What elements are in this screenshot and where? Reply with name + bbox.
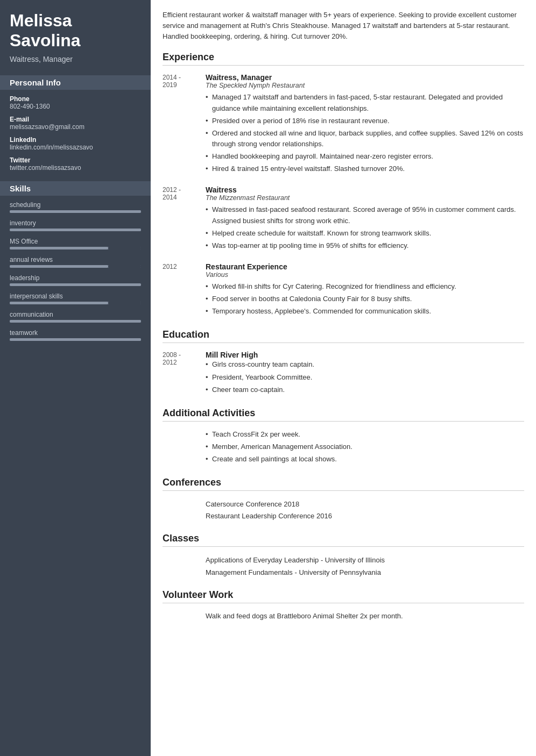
skill-name: inventory: [10, 219, 141, 227]
linkedin-value: linkedin.com/in/melissazsavo: [10, 144, 141, 151]
skill-bar-fill: [10, 265, 108, 268]
entry-bullets: Managed 17 waitstaff and bartenders in f…: [206, 92, 524, 174]
edu-body: Mill River HighGirls cross-country team …: [206, 351, 524, 396]
entry-job-title: Waitress, Manager: [206, 73, 524, 82]
entry-date: 2012: [163, 262, 206, 318]
volunteer-title: Volunteer Work: [163, 589, 524, 603]
linkedin-label: LinkedIn: [10, 136, 141, 144]
skill-bar-fill: [10, 320, 141, 323]
entry-date: 2014 - 2019: [163, 73, 206, 176]
twitter-label: Twitter: [10, 156, 141, 164]
skill-bar-fill: [10, 210, 141, 213]
skill-item: annual reviews: [10, 256, 141, 268]
candidate-title: Waitress, Manager: [10, 55, 141, 63]
phone-label: Phone: [10, 95, 141, 103]
bullet-item: Worked fill-in shifts for Cyr Catering. …: [206, 281, 524, 292]
bullet-item: Ordered and stocked all wine and liquor,…: [206, 128, 524, 149]
personal-info-section-title: Personal Info: [0, 75, 151, 90]
activity-item: Member, American Management Association.: [206, 441, 352, 452]
skill-bar-bg: [10, 229, 141, 231]
experience-entry: 2012 - 2014WaitressThe Mizzenmast Restau…: [163, 186, 524, 253]
skill-name: interpersonal skills: [10, 293, 141, 300]
skill-bar-bg: [10, 210, 141, 213]
entry-body: Restaurant ExperienceVariousWorked fill-…: [206, 262, 524, 318]
conferences-list: Catersource Conference 2018Restaurant Le…: [206, 498, 524, 522]
skills-section-title: Skills: [0, 181, 151, 196]
sidebar: MelissaSavolina Waitress, Manager Person…: [0, 0, 151, 756]
bullet-item: Girls cross-country team captain.: [206, 359, 524, 370]
bullet-item: Was top-earner at tip pooling time in 95…: [206, 240, 524, 251]
activities-list: Teach CrossFit 2x per week.Member, Ameri…: [206, 429, 352, 466]
email-value: melissazsavo@gmail.com: [10, 123, 141, 131]
conferences-title: Conferences: [163, 477, 524, 491]
twitter-value: twitter.com/melissazsavo: [10, 164, 141, 172]
skill-name: annual reviews: [10, 256, 141, 263]
skill-item: leadership: [10, 274, 141, 286]
bullet-item: Helped create schedule for waitstaff. Kn…: [206, 228, 524, 239]
skill-name: communication: [10, 311, 141, 318]
entry-company: The Mizzenmast Restaurant: [206, 194, 524, 202]
skill-name: leadership: [10, 274, 141, 282]
entry-bullets: Worked fill-in shifts for Cyr Catering. …: [206, 281, 524, 317]
class-item: Management Fundamentals - University of …: [206, 567, 524, 579]
skill-item: MS Office: [10, 238, 141, 249]
conference-item: Restaurant Leadership Conference 2016: [206, 510, 524, 522]
entry-company: The Speckled Nymph Restaurant: [206, 82, 524, 89]
volunteer-section: Volunteer Work Walk and feed dogs at Bra…: [163, 589, 524, 622]
activities-entry: Teach CrossFit 2x per week.Member, Ameri…: [163, 429, 524, 466]
classes-section: Classes Applications of Everyday Leaders…: [163, 533, 524, 578]
classes-title: Classes: [163, 533, 524, 547]
entry-bullets: Waitressed in fast-paced seafood restaur…: [206, 204, 524, 251]
entry-company: Various: [206, 271, 524, 279]
experience-entry: 2012Restaurant ExperienceVariousWorked f…: [163, 262, 524, 318]
skills-section: schedulinginventoryMS Officeannual revie…: [10, 201, 141, 341]
class-item: Applications of Everyday Leadership - Un…: [206, 554, 524, 566]
skill-item: communication: [10, 311, 141, 323]
skill-bar-bg: [10, 338, 141, 341]
experience-entry: 2014 - 2019Waitress, ManagerThe Speckled…: [163, 73, 524, 176]
activity-item: Create and sell paintings at local shows…: [206, 454, 352, 465]
personal-info-block: Phone 802-490-1360 E-mail melissazsavo@g…: [10, 95, 141, 172]
bullet-item: Temporary hostess, Applebee's. Commended…: [206, 306, 524, 317]
skill-bar-fill: [10, 338, 141, 341]
skill-bar-bg: [10, 283, 141, 286]
skill-item: inventory: [10, 219, 141, 231]
skill-item: teamwork: [10, 329, 141, 341]
skill-bar-bg: [10, 247, 141, 249]
skill-bar-bg: [10, 302, 141, 304]
bullet-item: Hired & trained 15 entry-level waitstaff…: [206, 163, 524, 174]
skill-name: scheduling: [10, 201, 141, 209]
education-entry: 2008 - 2012Mill River HighGirls cross-co…: [163, 351, 524, 396]
skill-item: interpersonal skills: [10, 293, 141, 304]
activity-item: Teach CrossFit 2x per week.: [206, 429, 352, 440]
experience-section: Experience 2014 - 2019Waitress, ManagerT…: [163, 52, 524, 318]
bullet-item: Food server in booths at Caledonia Count…: [206, 294, 524, 304]
skill-bar-fill: [10, 229, 141, 231]
education-section: Education 2008 - 2012Mill River HighGirl…: [163, 329, 524, 396]
activities-section: Additional Activities Teach CrossFit 2x …: [163, 408, 524, 466]
entry-job-title: Restaurant Experience: [206, 262, 524, 271]
entry-job-title: Waitress: [206, 186, 524, 194]
volunteer-text: Walk and feed dogs at Brattleboro Animal…: [206, 611, 524, 622]
bullet-item: Presided over a period of 18% rise in re…: [206, 116, 524, 126]
skill-name: teamwork: [10, 329, 141, 337]
candidate-name: MelissaSavolina: [10, 11, 141, 51]
conference-item: Catersource Conference 2018: [206, 498, 524, 510]
skill-bar-fill: [10, 247, 108, 249]
skill-bar-dark: [108, 247, 141, 249]
skill-item: scheduling: [10, 201, 141, 213]
skill-name: MS Office: [10, 238, 141, 245]
phone-value: 802-490-1360: [10, 103, 141, 110]
skill-bar-dark: [108, 302, 141, 304]
bullet-item: President, Yearbook Committee.: [206, 372, 524, 383]
edu-bullets: Girls cross-country team captain.Preside…: [206, 359, 524, 395]
experience-title: Experience: [163, 52, 524, 66]
bullet-item: Waitressed in fast-paced seafood restaur…: [206, 204, 524, 226]
summary: Efficient restaurant worker & waitstaff …: [163, 10, 524, 42]
entry-date: 2012 - 2014: [163, 186, 206, 253]
classes-list: Applications of Everyday Leadership - Un…: [206, 554, 524, 578]
bullet-item: Cheer team co-captain.: [206, 384, 524, 395]
main-content: Efficient restaurant worker & waitstaff …: [151, 0, 536, 756]
skill-bar-dark: [108, 265, 141, 268]
activities-title: Additional Activities: [163, 408, 524, 422]
